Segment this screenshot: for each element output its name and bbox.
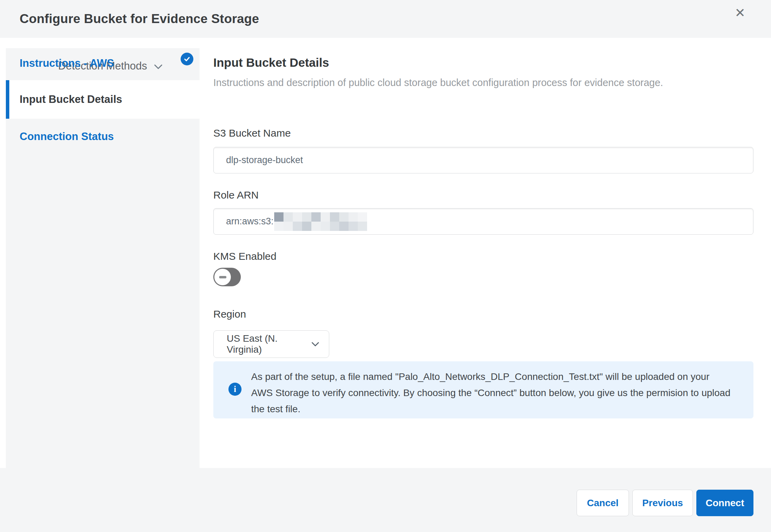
chevron-down-icon xyxy=(311,342,319,347)
region-label: Region xyxy=(213,308,246,320)
region-selected-value: US East (N. Virginia) xyxy=(227,333,311,355)
role-arn-input[interactable]: arn:aws:s3: xyxy=(213,208,753,235)
modal-footer: Cancel Previous Connect xyxy=(0,468,771,532)
toggle-knob xyxy=(214,269,231,285)
active-step-indicator xyxy=(6,80,9,119)
sidebar-item-instructions-aws[interactable]: Detection Methods Instructions - AWS xyxy=(6,48,200,80)
info-banner-text: As part of the setup, a file named "Palo… xyxy=(251,369,733,417)
region-select[interactable]: US East (N. Virginia) xyxy=(213,330,329,358)
sidebar-item-label: Instructions - AWS xyxy=(20,57,114,70)
sidebar-item-input-bucket-details[interactable]: Input Bucket Details xyxy=(6,80,200,119)
info-icon: i xyxy=(228,383,242,396)
configure-bucket-modal: Configure Bucket for Evidence Storage ✕ … xyxy=(0,0,771,532)
chevron-down-icon xyxy=(154,64,163,70)
role-arn-visible-value: arn:aws:s3: xyxy=(226,216,274,227)
toggle-off-dash-icon xyxy=(219,276,226,278)
previous-button[interactable]: Previous xyxy=(632,490,693,516)
sidebar-item-connection-status[interactable]: Connection Status xyxy=(6,119,200,157)
main-content: Input Bucket Details Instructions and de… xyxy=(213,38,753,468)
footer-buttons: Cancel Previous Connect xyxy=(577,490,753,516)
page-title: Input Bucket Details xyxy=(213,56,329,70)
steps-sidebar: Detection Methods Instructions - AWS Inp… xyxy=(6,48,200,468)
kms-enabled-toggle[interactable] xyxy=(213,268,241,286)
page-description: Instructions and description of public c… xyxy=(213,74,713,92)
connect-button[interactable]: Connect xyxy=(696,490,753,516)
modal-header: Configure Bucket for Evidence Storage ✕ xyxy=(0,0,771,38)
sidebar-item-label: Connection Status xyxy=(20,130,114,143)
role-arn-label: Role ARN xyxy=(213,189,259,201)
cancel-button[interactable]: Cancel xyxy=(577,490,629,516)
role-arn-redacted-value xyxy=(274,212,367,231)
s3-bucket-name-input[interactable]: dlp-storage-bucket xyxy=(213,147,753,173)
close-icon[interactable]: ✕ xyxy=(730,3,750,23)
s3-bucket-name-value: dlp-storage-bucket xyxy=(226,155,303,166)
modal-title: Configure Bucket for Evidence Storage xyxy=(20,12,259,26)
info-banner: i As part of the setup, a file named "Pa… xyxy=(213,361,753,418)
kms-enabled-label: KMS Enabled xyxy=(213,251,276,262)
sidebar-item-label: Input Bucket Details xyxy=(20,93,122,106)
step-complete-check-icon xyxy=(181,53,193,65)
s3-bucket-name-label: S3 Bucket Name xyxy=(213,127,291,139)
